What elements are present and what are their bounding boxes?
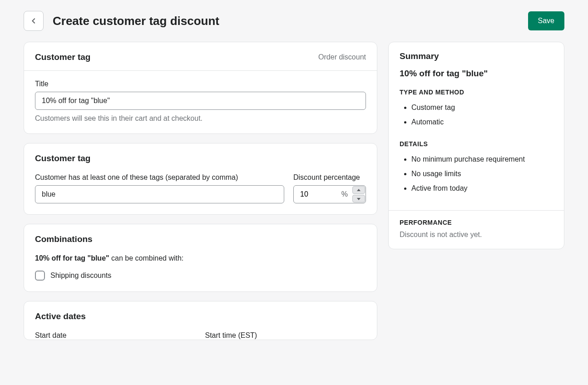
page-header: Create customer tag discount Save: [24, 11, 564, 31]
list-item: Active from today: [411, 181, 553, 196]
summary-discount-title: 10% off for tag "blue": [400, 69, 553, 79]
card-active-dates: Active dates Start date Start time (EST): [24, 301, 377, 340]
save-button[interactable]: Save: [528, 11, 564, 30]
title-help-text: Customers will see this in their cart an…: [35, 114, 366, 123]
card-title: Customer tag: [35, 52, 90, 62]
card-title: Combinations: [35, 234, 366, 244]
page-title: Create customer tag discount: [53, 14, 528, 28]
shipping-discounts-label: Shipping discounts: [50, 271, 111, 280]
summary-details-list: No minimum purchase requirement No usage…: [400, 152, 553, 196]
list-item: No usage limits: [411, 167, 553, 181]
combinations-discount-name: 10% off for tag "blue": [35, 254, 109, 262]
summary-performance-text: Discount is not active yet.: [400, 231, 553, 239]
caret-down-icon: [356, 197, 361, 201]
percent-increase-button[interactable]: [352, 186, 365, 194]
card-customer-tag-percent: Customer tag Customer has at least one o…: [24, 143, 377, 215]
summary-performance-label: PERFORMANCE: [400, 219, 553, 226]
start-date-label: Start date: [35, 331, 196, 340]
list-item: Customer tag: [411, 100, 553, 115]
summary-type-method-label: TYPE AND METHOD: [400, 89, 553, 96]
card-customer-tag-title: Customer tag Order discount Title Custom…: [24, 42, 377, 134]
summary-heading: Summary: [400, 51, 553, 61]
title-label: Title: [35, 80, 366, 88]
arrow-left-icon: [29, 16, 38, 25]
back-button[interactable]: [24, 11, 44, 31]
percent-label: Discount percentage: [293, 173, 366, 182]
title-input[interactable]: [35, 92, 366, 110]
list-item: No minimum purchase requirement: [411, 152, 553, 167]
shipping-discounts-checkbox[interactable]: [35, 271, 45, 281]
card-summary: Summary 10% off for tag "blue" TYPE AND …: [388, 42, 564, 249]
order-discount-badge: Order discount: [318, 53, 366, 61]
tags-input[interactable]: [35, 185, 284, 203]
card-title: Active dates: [35, 311, 366, 321]
list-item: Automatic: [411, 115, 553, 129]
combinations-description: 10% off for tag "blue" can be combined w…: [35, 254, 366, 262]
card-combinations: Combinations 10% off for tag "blue" can …: [24, 224, 377, 292]
card-title: Customer tag: [35, 153, 366, 163]
start-time-label: Start time (EST): [205, 331, 366, 340]
summary-type-method-list: Customer tag Automatic: [400, 100, 553, 129]
caret-up-icon: [356, 188, 361, 192]
tags-label: Customer has at least one of these tags …: [35, 173, 284, 182]
summary-details-label: DETAILS: [400, 140, 553, 148]
percent-decrease-button[interactable]: [352, 195, 365, 202]
